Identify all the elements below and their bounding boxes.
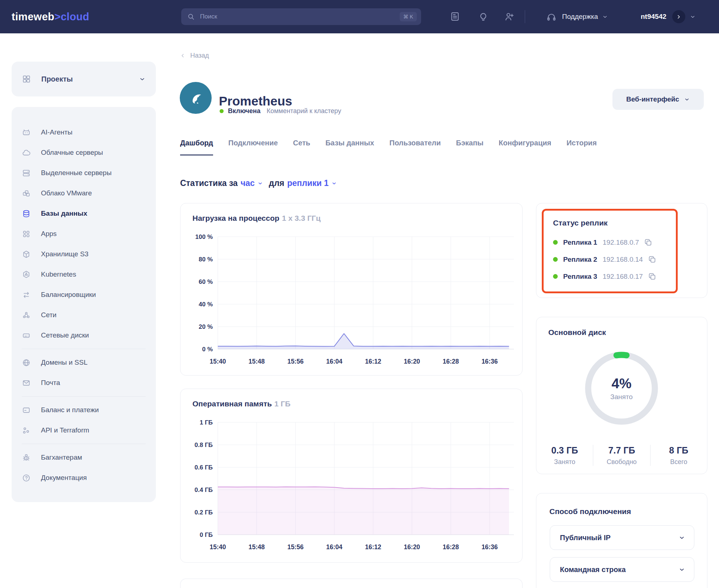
period-dropdown[interactable]: час [241, 178, 263, 188]
stats-period-line: Статистика за час для реплики 1 [180, 178, 337, 188]
sidebar-item-хранилище-s3[interactable]: Хранилище S3 [12, 244, 156, 264]
disk-usage-center: 4% Занято [581, 348, 662, 429]
sidebar-item-label: AI-Агенты [41, 128, 72, 136]
tab-подключение[interactable]: Подключение [228, 139, 278, 156]
idea-icon[interactable] [478, 11, 489, 22]
billing-icon [22, 406, 31, 415]
svg-text:0.2 ГБ: 0.2 ГБ [195, 509, 213, 516]
svg-text:0.4 ГБ: 0.4 ГБ [195, 486, 213, 493]
sidebar-item-облачные-серверы[interactable]: Облачные серверы [12, 142, 156, 163]
tab-конфигурация[interactable]: Конфигурация [499, 139, 551, 156]
sidebar-item-багхантерам[interactable]: Багхантерам [12, 447, 156, 468]
tab-сеть[interactable]: Сеть [293, 139, 310, 156]
svg-text:40 %: 40 % [199, 301, 213, 308]
balancer-icon [22, 290, 31, 299]
add-user-icon[interactable] [504, 11, 515, 22]
chevron-left-icon [180, 53, 190, 58]
svg-text:16:28: 16:28 [443, 543, 459, 551]
sidebar-item-домены-и-ssl[interactable]: Домены и SSL [12, 352, 156, 373]
web-interface-button[interactable]: Веб-интерфейс [612, 89, 704, 110]
cluster-comment-link[interactable]: Комментарий к кластеру [267, 107, 341, 115]
sidebar-item-label: Балансировщики [41, 291, 96, 299]
cpu-usage-chart: 100 %80 %60 %40 %20 %0 %15:4015:4815:561… [183, 231, 520, 373]
disk-stat-value: 8 ГБ [651, 445, 707, 456]
replica-name: Реплика 1 [563, 239, 597, 247]
tab-пользователи[interactable]: Пользователи [390, 139, 441, 156]
copy-icon[interactable] [648, 272, 657, 281]
disk-stat: 7.7 ГБСвободно [593, 445, 650, 466]
replica-dropdown[interactable]: реплики 1 [287, 178, 337, 188]
copy-icon[interactable] [648, 255, 657, 264]
account-menu[interactable]: nt94542 [641, 0, 696, 33]
svg-text:15:40: 15:40 [210, 358, 226, 365]
sidebar-item-сети[interactable]: Сети [12, 305, 156, 325]
svg-text:15:48: 15:48 [249, 358, 265, 365]
replica-status-dot [553, 257, 558, 262]
replica-row: Реплика 2192.168.0.14 [553, 251, 671, 268]
account-avatar[interactable] [672, 10, 685, 23]
search-icon [187, 13, 195, 21]
cpu-chart-subtitle: 1 x 3.3 ГГц [282, 214, 321, 222]
timeweb-cloud-logo[interactable]: timeweb>cloud [12, 0, 89, 33]
replica-row: Реплика 1192.168.0.7 [553, 234, 671, 251]
svg-text:1 ГБ: 1 ГБ [200, 419, 213, 426]
news-icon[interactable] [449, 11, 461, 22]
sidebar-item-label: Apps [41, 230, 57, 238]
apps-icon [22, 229, 31, 239]
sidebar-item-почта[interactable]: Почта [12, 373, 156, 393]
sidebar-item-базы-данных[interactable]: Базы данных [12, 203, 156, 224]
svg-text:0.8 ГБ: 0.8 ГБ [195, 442, 213, 448]
sidebar-item-выделенные-серверы[interactable]: Выделенные серверы [12, 163, 156, 183]
sidebar-item-label: Выделенные серверы [41, 169, 112, 177]
sidebar-item-сетевые-диски[interactable]: Сетевые диски [12, 325, 156, 345]
sidebar-item-баланс-и-платежи[interactable]: Баланс и платежи [12, 400, 156, 420]
sidebar-item-документация[interactable]: Документация [12, 468, 156, 488]
stats-middle: для [269, 178, 284, 188]
sidebar-item-apps[interactable]: Apps [12, 224, 156, 244]
cluster-status-row: Включена Комментарий к кластеру [220, 107, 341, 115]
sidebar-item-облако-vmware[interactable]: Облако VMware [12, 183, 156, 203]
tab-дашборд[interactable]: Дашборд [180, 139, 213, 156]
disk-used-percent-label: Занято [610, 393, 633, 401]
chevron-down-icon [678, 566, 685, 573]
back-label: Назад [190, 52, 209, 59]
topbar: timeweb>cloud ⌘ K Поддержка nt94542 [0, 0, 719, 33]
kubernetes-icon [22, 270, 31, 279]
ai-agent-icon [22, 128, 31, 137]
svg-text:16:04: 16:04 [326, 358, 342, 365]
replica-ip: 192.168.0.14 [603, 256, 643, 264]
svg-text:16:20: 16:20 [404, 358, 420, 365]
svg-text:15:56: 15:56 [287, 358, 304, 365]
sidebar-item-api-и-terraform[interactable]: API и Terraform [12, 420, 156, 440]
cpu-chart-title: Нагрузка на процессор1 x 3.3 ГГц [192, 214, 321, 223]
search-shortcut-badge: ⌘ K [400, 12, 417, 21]
sidebar-item-label: Хранилище S3 [41, 250, 88, 258]
sidebar-item-label: Багхантерам [41, 454, 82, 461]
tab-бэкапы[interactable]: Бэкапы [456, 139, 483, 156]
sidebar-item-projects[interactable]: Проекты [12, 62, 156, 96]
svg-text:16:12: 16:12 [365, 543, 381, 551]
replica-status-dot [553, 240, 558, 245]
sidebar-item-label: Kubernetes [41, 270, 76, 278]
global-search[interactable]: ⌘ K [181, 8, 421, 25]
network-icon [22, 311, 31, 320]
sidebar-item-балансировщики[interactable]: Балансировщики [12, 285, 156, 305]
sidebar-divider [22, 349, 146, 349]
svg-text:80 %: 80 % [199, 256, 213, 263]
search-input[interactable] [199, 13, 400, 21]
dolphin-icon [187, 90, 204, 106]
copy-icon[interactable] [644, 238, 653, 247]
server-icon [22, 169, 31, 178]
sidebar-item-kubernetes[interactable]: Kubernetes [12, 264, 156, 285]
tab-базы-данных[interactable]: Базы данных [325, 139, 374, 156]
cluster-avatar [180, 82, 212, 114]
sidebar-item-ai-агенты[interactable]: AI-Агенты [12, 122, 156, 142]
connection-option-командная-строка[interactable]: Командная строка [550, 557, 694, 582]
back-link[interactable]: Назад [180, 52, 209, 59]
replica-ip: 192.168.0.7 [603, 239, 639, 247]
support-menu[interactable]: Поддержка [546, 0, 608, 33]
replica-ip: 192.168.0.17 [603, 273, 643, 281]
disk-stat-label: Занято [536, 458, 593, 466]
tab-история[interactable]: История [566, 139, 597, 156]
connection-option-публичный-ip[interactable]: Публичный IP [550, 525, 694, 550]
